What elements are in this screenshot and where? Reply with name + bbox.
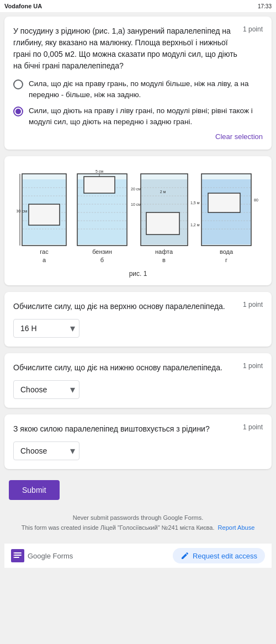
status-icons: 17:33 xyxy=(258,3,272,9)
request-edit-button[interactable]: Request edit access xyxy=(173,548,265,563)
diagram-svg: 30 см гас а xyxy=(17,163,259,279)
svg-text:гас: гас xyxy=(40,248,49,255)
question-2-dropdown[interactable]: 16 Н 20 Н 24 Н 32 Н xyxy=(13,319,79,338)
svg-text:рис. 1: рис. 1 xyxy=(129,270,147,278)
svg-point-60 xyxy=(13,555,14,556)
svg-text:г: г xyxy=(225,257,227,263)
vessel-b: 20 см 10 см 5 см бензин б xyxy=(77,169,141,263)
brand-name-label: Google Forms xyxy=(28,552,73,560)
vessel-d: 80 см вода г xyxy=(201,174,259,263)
question-1-header: У посудину з рідиною (рис. 1,а) занурени… xyxy=(13,25,263,72)
svg-rect-21 xyxy=(84,177,115,193)
svg-point-61 xyxy=(13,557,14,558)
option-1-row[interactable]: Сила, що діє на праву грань, по модулі б… xyxy=(13,78,263,100)
question-2-header: Обчислите силу, що діє на верхню основу … xyxy=(13,301,263,312)
question-3-points: 1 point xyxy=(243,362,263,370)
time-label: 17:33 xyxy=(258,3,272,9)
edit-icon xyxy=(181,551,189,560)
question-2-points: 1 point xyxy=(243,301,263,308)
svg-text:1,2 м: 1,2 м xyxy=(190,223,200,227)
svg-rect-58 xyxy=(14,557,19,558)
svg-rect-57 xyxy=(14,555,22,556)
svg-text:30 см: 30 см xyxy=(17,209,27,214)
svg-point-59 xyxy=(13,552,14,553)
question-1-text: У посудину з рідиною (рис. 1,а) занурени… xyxy=(13,25,238,72)
request-edit-label: Request edit access xyxy=(193,552,257,560)
radio-2-fill xyxy=(15,109,21,114)
svg-text:20 см: 20 см xyxy=(131,187,141,191)
question-3-header: Обчислите силу, що діє на нижню основу п… xyxy=(13,362,263,374)
svg-rect-56 xyxy=(14,552,22,553)
question-4-text: З якою силою паралелепіпед виштовхується… xyxy=(13,423,238,435)
google-forms-icon xyxy=(11,549,24,562)
option-2-row[interactable]: Сили, що діють на праву і ліву грані, по… xyxy=(13,105,263,127)
question-4-header: З якою силою паралелепіпед виштовхується… xyxy=(13,423,263,435)
question-2-text: Обчислите силу, що діє на верхню основу … xyxy=(13,301,238,312)
option-1-text: Сила, що діє на праву грань, по модулі б… xyxy=(29,78,263,100)
svg-text:б: б xyxy=(100,257,104,263)
svg-rect-8 xyxy=(29,204,60,225)
question-1-card: У посудину з рідиною (рис. 1,а) занурени… xyxy=(4,17,272,150)
question-4-dropdown[interactable]: Choose 4 Н 8 Н 16 Н 20 Н xyxy=(13,441,79,460)
svg-text:вода: вода xyxy=(220,248,233,255)
svg-text:80 см: 80 см xyxy=(254,198,259,202)
carrier-label: Vodafone UA xyxy=(4,3,42,9)
report-abuse-link[interactable]: Report Abuse xyxy=(218,524,255,531)
radio-2[interactable] xyxy=(13,107,23,116)
option-2-text: Сили, що діють на праву і ліву грані, по… xyxy=(29,105,263,127)
status-bar: Vodafone UA 17:33 xyxy=(0,0,276,12)
svg-text:10 см: 10 см xyxy=(131,203,141,206)
form-info-text: This form was created inside Ліцей "Голо… xyxy=(22,524,215,531)
diagram-container: 30 см гас а xyxy=(11,163,265,279)
svg-text:нафта: нафта xyxy=(155,248,173,255)
svg-rect-36 xyxy=(146,212,179,235)
svg-text:бензин: бензин xyxy=(92,248,112,255)
question-4-points: 1 point xyxy=(243,423,263,431)
svg-text:1,5 м: 1,5 м xyxy=(190,201,200,205)
question-4-card: З якою силою паралелепіпед виштовхується… xyxy=(4,414,272,469)
vessel-a: 30 см гас а xyxy=(17,174,66,263)
question-4-dropdown-wrapper: Choose 4 Н 8 Н 16 Н 20 Н ▾ xyxy=(13,441,79,460)
question-3-dropdown-wrapper: Choose 16 Н 20 Н 24 Н 32 Н ▾ xyxy=(13,380,79,399)
footer-brand-bar: Google Forms Request edit access xyxy=(4,544,272,568)
submit-section: Submit xyxy=(4,476,272,504)
question-1-points: 1 point xyxy=(243,25,263,33)
question-2-card: Обчислите силу, що діє на верхню основу … xyxy=(4,292,272,347)
svg-text:в: в xyxy=(162,257,166,263)
google-forms-logo: Google Forms xyxy=(11,549,73,562)
svg-text:а: а xyxy=(43,257,46,263)
submit-button[interactable]: Submit xyxy=(9,480,60,500)
question-3-dropdown[interactable]: Choose 16 Н 20 Н 24 Н 32 Н xyxy=(13,380,79,399)
question-2-dropdown-wrapper: 16 Н 20 Н 24 Н 32 Н ▾ xyxy=(13,319,79,338)
question-3-text: Обчислите силу, що діє на нижню основу п… xyxy=(13,362,238,374)
footer-password-warning: Never submit passwords through Google Fo… xyxy=(4,511,272,535)
diagram-card: 30 см гас а xyxy=(4,156,272,285)
radio-1[interactable] xyxy=(13,79,23,89)
svg-text:2 м: 2 м xyxy=(160,190,166,194)
question-3-card: Обчислите силу, що діє на нижню основу п… xyxy=(4,353,272,408)
svg-text:5 см: 5 см xyxy=(95,169,103,173)
password-warning-text: Never submit passwords through Google Fo… xyxy=(73,514,204,521)
vessel-c: 1,5 м 1,2 м 2 м нафта в xyxy=(141,174,200,263)
clear-selection-button[interactable]: Clear selection xyxy=(13,132,263,141)
svg-rect-50 xyxy=(208,193,240,212)
